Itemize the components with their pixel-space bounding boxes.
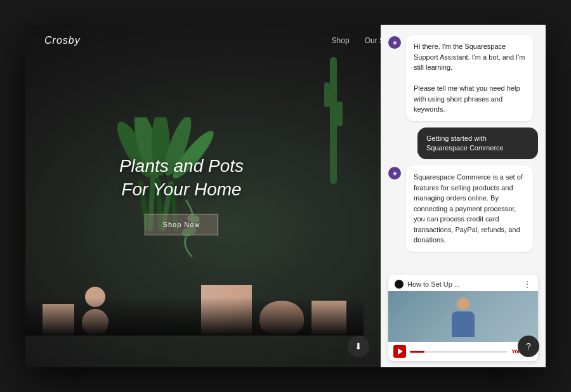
bot-text-1: Hi there, I'm the Squarespace Support As… [414,42,525,71]
hero-title: Plants and Pots For Your Home [119,155,244,201]
ground-shadow [25,297,364,336]
bot-message-1-container: ◈ Hi there, I'm the Squarespace Support … [388,35,538,121]
chat-panel: ◈ Hi there, I'm the Squarespace Support … [381,25,546,367]
svg-rect-0 [330,57,337,184]
video-progress-fill [410,351,424,353]
video-controls: YouTube [388,342,538,361]
bot-avatar-1: ◈ [388,36,401,49]
squarespace-icon-1: ◈ [393,39,397,46]
svg-rect-4 [337,101,343,126]
bot-bubble-1: Hi there, I'm the Squarespace Support As… [406,35,533,121]
nav-shop[interactable]: Shop [332,36,350,45]
hero-title-line1: Plants and Pots [119,156,244,176]
site-logo[interactable]: Crosby [44,35,81,46]
bot-bubble-2: Squarespace Commerce is a set of feature… [406,166,533,252]
shop-now-button[interactable]: Shop Now [145,214,219,235]
user-bubble: Getting started with Squarespace Commerc… [417,127,538,160]
chat-messages-area: ◈ Hi there, I'm the Squarespace Support … [381,25,546,275]
video-header: How to Set Up ... ⋮ [388,275,538,291]
minimize-icon: ⬇ [355,341,362,351]
chat-minimize-button[interactable]: ⬇ [348,336,369,357]
svg-line-8 [337,94,339,95]
bot-text-2: Please tell me what you need help with u… [414,84,520,113]
person-head [457,297,469,310]
video-person [447,297,479,342]
play-icon [398,348,403,355]
video-menu-dots[interactable]: ⋮ [523,280,532,289]
video-thumbnail[interactable] [388,291,538,342]
hero-text-block: Plants and Pots For Your Home Shop Now [119,155,244,235]
help-icon: ? [526,341,531,351]
svg-rect-2 [324,82,330,105]
bot-avatar-2: ◈ [388,167,401,180]
user-message-container: Getting started with Squarespace Commerc… [388,127,538,160]
play-button[interactable] [393,345,406,358]
video-progress-bar[interactable] [410,351,508,353]
svg-line-5 [327,69,330,70]
bot-message-2-container: ◈ Squarespace Commerce is a set of featu… [388,166,538,252]
chat-help-button[interactable]: ? [518,336,539,357]
svg-line-6 [337,75,339,76]
video-title: How to Set Up ... [407,280,519,288]
video-card[interactable]: How to Set Up ... ⋮ [388,275,538,361]
person-body [452,311,475,337]
hero-title-line2: For Your Home [121,180,241,199]
squarespace-icon-2: ◈ [393,170,397,176]
tall-cactus [322,38,345,197]
squarespace-video-icon [395,280,404,289]
